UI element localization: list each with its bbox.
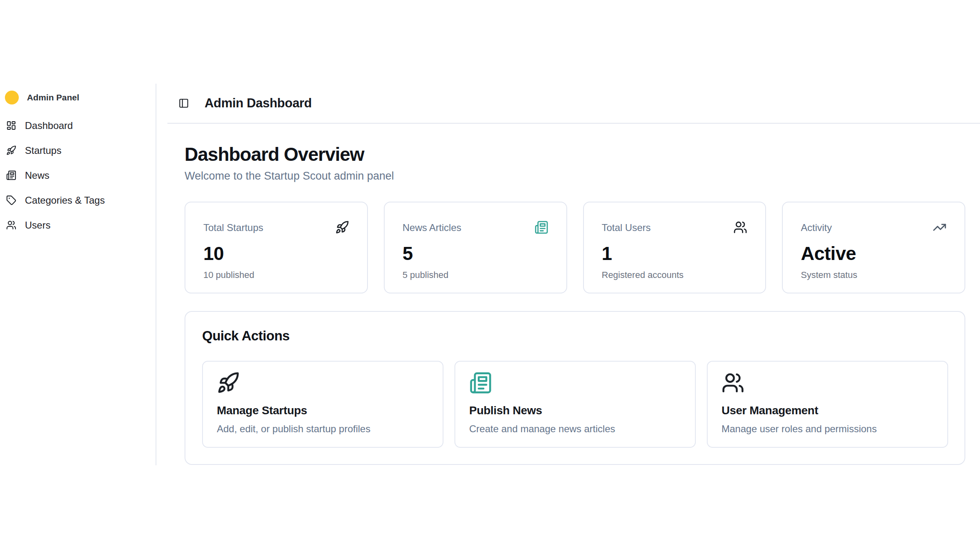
stat-label: Total Users [602,220,651,233]
sidebar-item-categories-tags[interactable]: Categories & Tags [0,188,156,213]
quick-actions-title: Quick Actions [202,328,948,344]
stat-value: Active [801,244,947,263]
stat-value: 1 [602,244,748,263]
quick-action-description: Add, edit, or publish startup profiles [217,423,429,435]
users-icon [722,371,744,394]
top-header: Admin Dashboard [167,84,980,124]
sidebar-item-dashboard[interactable]: Dashboard [0,113,156,138]
page-subtitle: Welcome to the Startup Scout admin panel [185,170,965,182]
users-icon [733,220,747,234]
panel-left-icon [178,98,189,109]
sidebar-toggle-button[interactable] [178,98,189,109]
sidebar-item-label: News [25,170,49,181]
quick-action-user-management[interactable]: User Management Manage user roles and pe… [707,361,948,448]
sidebar-item-label: Startups [25,145,61,156]
stat-description: 5 published [403,270,548,280]
sidebar-title: Admin Panel [27,93,79,102]
main-area: Admin Dashboard Dashboard Overview Welco… [156,84,980,465]
layout-dashboard-icon [6,120,16,131]
trending-up-icon [933,220,947,234]
stat-value: 5 [403,244,548,263]
admin-panel-logo-icon [5,91,19,104]
stat-description: 10 published [203,270,349,280]
page: { "sidebar": { "title": "Admin Panel", "… [0,0,980,551]
newspaper-icon [469,371,492,394]
stat-description: Registered accounts [602,270,748,280]
tag-icon [6,195,16,205]
newspaper-icon [6,170,16,180]
stats-row: Total Startups 10 10 published News Arti… [185,202,965,293]
stat-label: News Articles [403,220,461,233]
quick-action-title: User Management [722,404,933,417]
quick-actions-panel: Quick Actions Manage Startups Add, edit,… [185,311,965,465]
stat-label: Activity [801,220,832,233]
stat-card-news-articles: News Articles 5 5 published [384,202,567,293]
dashboard-content: Dashboard Overview Welcome to the Startu… [156,144,980,465]
sidebar-item-news[interactable]: News [0,163,156,188]
quick-action-title: Manage Startups [217,404,429,417]
stat-description: System status [801,270,947,280]
sidebar-item-startups[interactable]: Startups [0,138,156,163]
rocket-icon [217,371,240,394]
stat-card-total-startups: Total Startups 10 10 published [185,202,368,293]
quick-action-title: Publish News [469,404,681,417]
quick-action-publish-news[interactable]: Publish News Create and manage news arti… [454,361,696,448]
newspaper-icon [535,220,548,234]
sidebar-header: Admin Panel [0,89,156,107]
stat-label: Total Startups [203,220,263,233]
page-title: Dashboard Overview [185,144,965,165]
quick-action-description: Manage user roles and permissions [722,423,933,435]
quick-action-manage-startups[interactable]: Manage Startups Add, edit, or publish st… [202,361,443,448]
header-title: Admin Dashboard [205,96,312,111]
stat-card-activity: Activity Active System status [782,202,965,293]
sidebar-item-label: Categories & Tags [25,195,105,206]
rocket-icon [335,220,349,234]
sidebar-item-label: Users [25,220,51,231]
sidebar-item-label: Dashboard [25,120,73,131]
stat-value: 10 [203,244,349,263]
app-container: Admin Panel Dashboard Startups News Cate… [0,84,980,465]
quick-actions-cards: Manage Startups Add, edit, or publish st… [202,361,948,448]
sidebar-nav: Dashboard Startups News Categories & Tag… [0,113,156,238]
rocket-icon [6,145,16,156]
sidebar: Admin Panel Dashboard Startups News Cate… [0,84,156,465]
stat-card-total-users: Total Users 1 Registered accounts [583,202,766,293]
users-icon [6,220,16,230]
quick-action-description: Create and manage news articles [469,423,681,435]
sidebar-item-users[interactable]: Users [0,213,156,238]
